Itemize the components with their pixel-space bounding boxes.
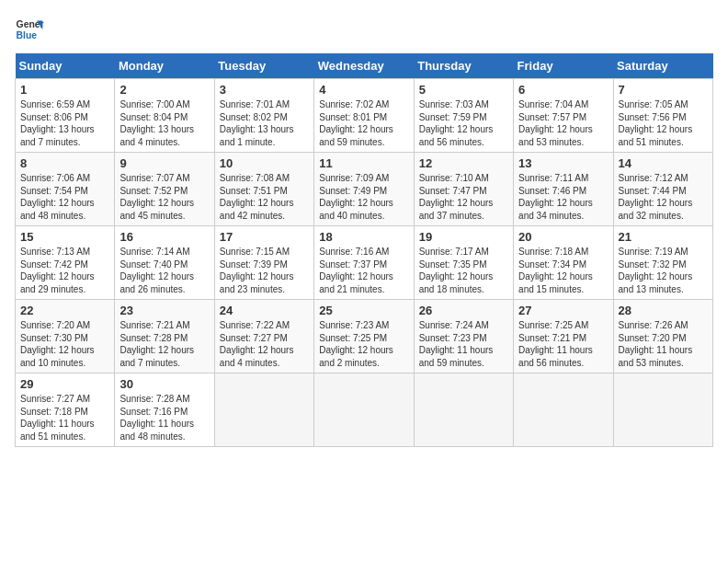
day-number: 20	[518, 230, 608, 244]
day-info: Sunrise: 7:19 AMSunset: 7:32 PMDaylight:…	[619, 247, 693, 294]
day-info: Sunrise: 7:13 AMSunset: 7:42 PMDaylight:…	[20, 247, 95, 294]
day-number: 9	[119, 156, 209, 170]
day-info: Sunrise: 7:25 AMSunset: 7:21 PMDaylight:…	[518, 320, 593, 368]
day-info: Sunrise: 7:18 AMSunset: 7:34 PMDaylight:…	[518, 247, 593, 294]
day-number: 22	[20, 304, 109, 317]
day-info: Sunrise: 7:12 AMSunset: 7:44 PMDaylight:…	[619, 173, 693, 221]
calendar-cell: 5 Sunrise: 7:03 AMSunset: 7:59 PMDayligh…	[414, 79, 513, 153]
calendar-cell	[414, 373, 513, 447]
day-number: 2	[119, 83, 209, 97]
calendar-cell: 28 Sunrise: 7:26 AMSunset: 7:20 PMDaylig…	[613, 300, 712, 373]
day-number: 3	[220, 83, 309, 97]
day-info: Sunrise: 7:00 AMSunset: 8:04 PMDaylight:…	[119, 99, 194, 147]
calendar-cell	[314, 373, 414, 447]
day-info: Sunrise: 7:08 AMSunset: 7:51 PMDaylight:…	[220, 173, 294, 221]
calendar-cell: 9 Sunrise: 7:07 AMSunset: 7:52 PMDayligh…	[115, 153, 214, 226]
day-number: 19	[419, 230, 508, 244]
day-info: Sunrise: 7:21 AMSunset: 7:28 PMDaylight:…	[119, 320, 194, 368]
day-info: Sunrise: 7:07 AMSunset: 7:52 PMDaylight:…	[119, 173, 194, 221]
day-number: 5	[419, 83, 508, 97]
day-info: Sunrise: 7:10 AMSunset: 7:47 PMDaylight:…	[419, 173, 494, 221]
svg-text:Blue: Blue	[17, 30, 38, 40]
day-number: 14	[619, 156, 708, 170]
day-info: Sunrise: 7:01 AMSunset: 8:02 PMDaylight:…	[220, 99, 294, 147]
calendar-cell: 14 Sunrise: 7:12 AMSunset: 7:44 PMDaylig…	[613, 153, 712, 226]
calendar-cell	[214, 373, 313, 447]
calendar-cell: 27 Sunrise: 7:25 AMSunset: 7:21 PMDaylig…	[514, 300, 613, 373]
calendar-cell: 24 Sunrise: 7:22 AMSunset: 7:27 PMDaylig…	[214, 300, 313, 373]
calendar-cell: 22 Sunrise: 7:20 AMSunset: 7:30 PMDaylig…	[16, 300, 115, 373]
day-number: 27	[518, 304, 608, 317]
day-info: Sunrise: 7:26 AMSunset: 7:20 PMDaylight:…	[619, 320, 693, 368]
day-number: 25	[319, 304, 408, 317]
day-number: 26	[419, 304, 508, 317]
day-number: 4	[319, 83, 408, 97]
calendar-cell: 18 Sunrise: 7:16 AMSunset: 7:37 PMDaylig…	[314, 226, 414, 300]
day-info: Sunrise: 7:22 AMSunset: 7:27 PMDaylight:…	[220, 320, 294, 368]
day-info: Sunrise: 7:14 AMSunset: 7:40 PMDaylight:…	[119, 247, 194, 294]
weekday-header-thursday: Thursday	[414, 53, 513, 79]
calendar-cell: 2 Sunrise: 7:00 AMSunset: 8:04 PMDayligh…	[115, 79, 214, 153]
calendar-cell: 3 Sunrise: 7:01 AMSunset: 8:02 PMDayligh…	[214, 79, 313, 153]
calendar-cell: 30 Sunrise: 7:28 AMSunset: 7:16 PMDaylig…	[115, 373, 214, 447]
day-number: 29	[20, 377, 109, 391]
day-info: Sunrise: 7:05 AMSunset: 7:56 PMDaylight:…	[619, 99, 693, 147]
day-number: 28	[619, 304, 708, 317]
day-number: 7	[619, 83, 708, 97]
day-info: Sunrise: 7:15 AMSunset: 7:39 PMDaylight:…	[220, 247, 294, 294]
calendar-cell: 11 Sunrise: 7:09 AMSunset: 7:49 PMDaylig…	[314, 153, 414, 226]
calendar-cell: 6 Sunrise: 7:04 AMSunset: 7:57 PMDayligh…	[514, 79, 613, 153]
calendar-cell: 23 Sunrise: 7:21 AMSunset: 7:28 PMDaylig…	[115, 300, 214, 373]
calendar-cell: 29 Sunrise: 7:27 AMSunset: 7:18 PMDaylig…	[16, 373, 115, 447]
calendar-cell: 7 Sunrise: 7:05 AMSunset: 7:56 PMDayligh…	[613, 79, 712, 153]
day-number: 13	[518, 156, 608, 170]
day-number: 11	[319, 156, 408, 170]
day-number: 23	[119, 304, 209, 317]
day-info: Sunrise: 6:59 AMSunset: 8:06 PMDaylight:…	[20, 99, 95, 147]
day-number: 15	[20, 230, 109, 244]
day-info: Sunrise: 7:02 AMSunset: 8:01 PMDaylight:…	[319, 99, 393, 147]
weekday-header-saturday: Saturday	[613, 53, 712, 79]
calendar-cell: 20 Sunrise: 7:18 AMSunset: 7:34 PMDaylig…	[514, 226, 613, 300]
day-number: 16	[119, 230, 209, 244]
weekday-header-wednesday: Wednesday	[314, 53, 414, 79]
day-info: Sunrise: 7:20 AMSunset: 7:30 PMDaylight:…	[20, 320, 95, 368]
weekday-header-friday: Friday	[514, 53, 613, 79]
day-info: Sunrise: 7:11 AMSunset: 7:46 PMDaylight:…	[518, 173, 593, 221]
calendar-cell: 15 Sunrise: 7:13 AMSunset: 7:42 PMDaylig…	[16, 226, 115, 300]
day-info: Sunrise: 7:23 AMSunset: 7:25 PMDaylight:…	[319, 320, 393, 368]
calendar-cell: 10 Sunrise: 7:08 AMSunset: 7:51 PMDaylig…	[214, 153, 313, 226]
weekday-header-sunday: Sunday	[16, 53, 115, 79]
day-info: Sunrise: 7:28 AMSunset: 7:16 PMDaylight:…	[119, 394, 194, 442]
day-number: 10	[220, 156, 309, 170]
calendar-cell: 1 Sunrise: 6:59 AMSunset: 8:06 PMDayligh…	[16, 79, 115, 153]
day-number: 8	[20, 156, 109, 170]
day-number: 24	[220, 304, 309, 317]
calendar-cell: 13 Sunrise: 7:11 AMSunset: 7:46 PMDaylig…	[514, 153, 613, 226]
day-info: Sunrise: 7:06 AMSunset: 7:54 PMDaylight:…	[20, 173, 95, 221]
day-number: 12	[419, 156, 508, 170]
day-info: Sunrise: 7:03 AMSunset: 7:59 PMDaylight:…	[419, 99, 494, 147]
day-number: 21	[619, 230, 708, 244]
day-number: 17	[220, 230, 309, 244]
calendar-cell: 25 Sunrise: 7:23 AMSunset: 7:25 PMDaylig…	[314, 300, 414, 373]
weekday-header-monday: Monday	[115, 53, 214, 79]
calendar-cell: 17 Sunrise: 7:15 AMSunset: 7:39 PMDaylig…	[214, 226, 313, 300]
calendar-table: SundayMondayTuesdayWednesdayThursdayFrid…	[15, 53, 713, 447]
calendar-cell: 4 Sunrise: 7:02 AMSunset: 8:01 PMDayligh…	[314, 79, 414, 153]
calendar-cell: 19 Sunrise: 7:17 AMSunset: 7:35 PMDaylig…	[414, 226, 513, 300]
calendar-cell: 8 Sunrise: 7:06 AMSunset: 7:54 PMDayligh…	[16, 153, 115, 226]
logo-icon: General Blue	[15, 15, 44, 44]
calendar-cell	[514, 373, 613, 447]
day-number: 30	[119, 377, 209, 391]
calendar-cell: 26 Sunrise: 7:24 AMSunset: 7:23 PMDaylig…	[414, 300, 513, 373]
weekday-header-tuesday: Tuesday	[214, 53, 313, 79]
calendar-cell: 16 Sunrise: 7:14 AMSunset: 7:40 PMDaylig…	[115, 226, 214, 300]
day-number: 18	[319, 230, 408, 244]
logo: General Blue	[15, 15, 44, 44]
calendar-cell: 12 Sunrise: 7:10 AMSunset: 7:47 PMDaylig…	[414, 153, 513, 226]
page-header: General Blue	[15, 15, 713, 44]
day-number: 6	[518, 83, 608, 97]
day-info: Sunrise: 7:24 AMSunset: 7:23 PMDaylight:…	[419, 320, 494, 368]
day-info: Sunrise: 7:09 AMSunset: 7:49 PMDaylight:…	[319, 173, 393, 221]
